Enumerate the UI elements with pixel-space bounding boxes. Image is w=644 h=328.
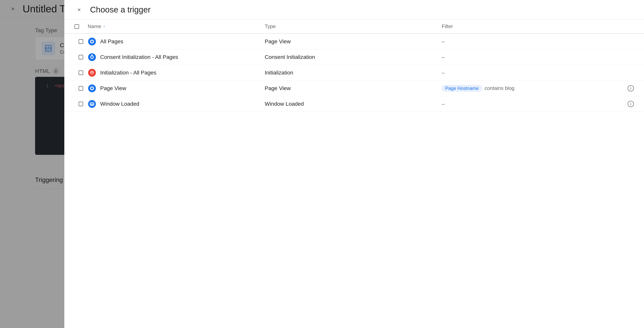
table-row[interactable]: Window Loaded Window Loaded – (64, 96, 644, 112)
row-filter-4: Page Hostname contains blog (442, 85, 619, 92)
svg-point-17 (91, 87, 93, 89)
row-info-4[interactable] (619, 85, 634, 92)
modal-header: × Choose a trigger (64, 0, 644, 20)
row-checkbox-5[interactable] (74, 101, 88, 107)
svg-point-9 (91, 56, 93, 58)
svg-rect-2 (79, 39, 83, 44)
table-row[interactable]: All Pages Page View – (64, 34, 644, 49)
row-info-5[interactable] (619, 100, 634, 107)
modal-close-button[interactable]: × (74, 5, 84, 15)
table-row[interactable]: Consent Initialization - All Pages Conse… (64, 49, 644, 65)
row-name-cell-3: Initialization - All Pages (88, 69, 265, 77)
header-type[interactable]: Type (265, 24, 442, 30)
row-name-4: Page View (100, 85, 126, 92)
row-checkbox-3[interactable] (74, 70, 88, 76)
row-filter-1: – (442, 39, 619, 45)
svg-point-10 (92, 54, 92, 56)
row-type-2: Consent Initialization (265, 54, 442, 60)
svg-rect-1 (75, 24, 79, 29)
row-filter-5: – (442, 101, 619, 107)
row-type-5: Window Loaded (265, 101, 442, 107)
row-name-cell-2: Consent Initialization - All Pages (88, 53, 265, 62)
header-name[interactable]: Name ↑ (88, 24, 265, 30)
row-type-1: Page View (265, 39, 442, 45)
modal-table[interactable]: Name ↑ Type Filter (64, 20, 644, 328)
svg-rect-14 (79, 86, 83, 90)
row-checkbox-2[interactable] (74, 54, 88, 60)
row-name-2: Consent Initialization - All Pages (100, 54, 178, 60)
row-name-cell-1: All Pages (88, 37, 265, 46)
svg-point-13 (92, 72, 92, 73)
row-type-4: Page View (265, 85, 442, 92)
table-row[interactable]: Initialization - All Pages Initializatio… (64, 65, 644, 81)
sort-icon: ↑ (103, 24, 105, 29)
header-filter[interactable]: Filter (442, 24, 619, 30)
table-header: Name ↑ Type Filter (64, 20, 644, 34)
row-checkbox-1[interactable] (74, 39, 88, 44)
svg-rect-11 (79, 71, 83, 75)
modal-title: Choose a trigger (90, 5, 634, 15)
filter-chip-4: Page Hostname (442, 85, 482, 92)
header-checkbox (74, 24, 88, 30)
row-filter-3: – (442, 70, 619, 76)
table-row[interactable]: Page View Page View Page Hostname contai… (64, 81, 644, 96)
row-name-cell-5: Window Loaded (88, 100, 265, 108)
row-name-1: All Pages (100, 39, 123, 45)
row-checkbox-4[interactable] (74, 86, 88, 91)
trigger-modal: × Choose a trigger Name ↑ Type Filter (64, 0, 644, 328)
row-filter-2: – (442, 54, 619, 60)
svg-rect-23 (91, 106, 93, 106)
row-name-5: Window Loaded (100, 101, 139, 107)
svg-rect-22 (90, 103, 94, 105)
filter-text-4: contains blog (484, 85, 514, 91)
svg-rect-19 (79, 102, 83, 106)
header-actions (619, 24, 634, 30)
svg-point-5 (91, 41, 93, 43)
svg-rect-6 (79, 55, 83, 59)
row-type-3: Initialization (265, 70, 442, 76)
row-name-3: Initialization - All Pages (100, 70, 156, 76)
row-name-cell-4: Page View (88, 84, 265, 93)
